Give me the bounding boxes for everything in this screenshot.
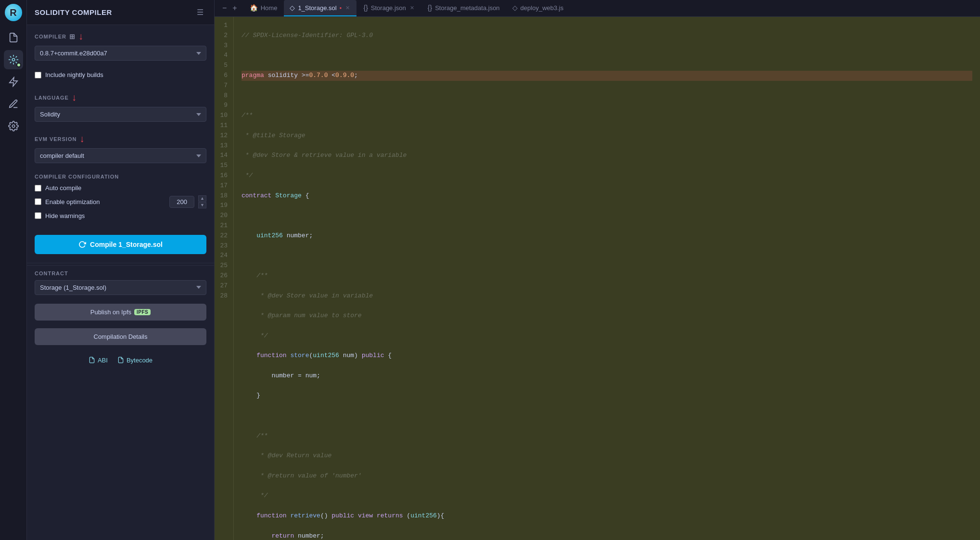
editor-area: − + 🏠 Home ◇ 1_Storage.sol ● ✕ {} Storag… xyxy=(215,0,980,540)
tab-storage-metadata-json[interactable]: {} Storage_metadata.json xyxy=(422,0,506,16)
compiler-section: COMPILER ⊞ ↓ 0.8.7+commit.e28d00a7 xyxy=(27,25,214,66)
abi-bytecode-row: ABI Bytecode xyxy=(27,353,214,370)
hide-warnings-checkbox[interactable] xyxy=(35,212,41,219)
storage-json-icon: {} xyxy=(363,4,368,12)
sidebar-item-files[interactable] xyxy=(4,28,23,47)
sidebar-menu-icon[interactable]: ☰ xyxy=(194,7,206,18)
contract-label: CONTRACT xyxy=(35,270,206,276)
hide-warnings-label[interactable]: Hide warnings xyxy=(45,212,85,219)
ipfs-badge: IPFS xyxy=(134,309,151,315)
sidebar-item-deploy[interactable] xyxy=(4,72,23,91)
zoom-in-button[interactable]: + xyxy=(230,3,239,13)
close-storage-json-button[interactable]: ✕ xyxy=(409,5,415,11)
tab-home-label: Home xyxy=(261,4,278,12)
activity-bar: R xyxy=(0,0,27,540)
optimization-value-input[interactable] xyxy=(169,196,194,208)
sidebar-item-plugins[interactable] xyxy=(4,94,23,114)
divider-1 xyxy=(27,263,214,263)
auto-compile-row: Auto compile xyxy=(35,183,206,193)
code-line-2 xyxy=(242,51,972,61)
nightly-builds-row: Include nightly builds xyxy=(27,66,214,86)
evm-arrow: ↓ xyxy=(79,133,85,144)
publish-ipfs-container: Publish on Ipfs IPFS xyxy=(27,300,214,328)
code-line-19: } xyxy=(242,391,972,401)
deploy-web3-icon: ◇ xyxy=(512,4,518,12)
compiler-add-icon[interactable]: ⊞ xyxy=(69,33,76,40)
code-line-24: */ xyxy=(242,491,972,501)
code-line-14: * @dev Store value in variable xyxy=(242,291,972,301)
code-line-10 xyxy=(242,211,972,221)
nightly-builds-checkbox[interactable] xyxy=(35,72,41,78)
code-line-5: /** xyxy=(242,111,972,121)
evm-version-select[interactable]: compiler default xyxy=(35,148,206,163)
storage-metadata-icon: {} xyxy=(428,4,432,12)
code-line-25: function retrieve() public view returns … xyxy=(242,511,972,521)
hide-warnings-row: Hide warnings xyxy=(35,211,206,220)
enable-optimization-row: Enable optimization ▲ ▼ xyxy=(35,195,206,208)
bytecode-button[interactable]: Bytecode xyxy=(117,357,153,364)
enable-optimization-label[interactable]: Enable optimization xyxy=(45,198,165,206)
code-line-18: number = num; xyxy=(242,371,972,381)
nightly-builds-checkbox-row: Include nightly builds xyxy=(35,70,206,79)
config-label: COMPILER CONFIGURATION xyxy=(35,174,206,180)
remix-logo[interactable]: R xyxy=(5,4,22,21)
code-line-23: * @return value of 'number' xyxy=(242,471,972,481)
tab-deploy-web3-label: deploy_web3.js xyxy=(521,4,564,12)
svg-marker-1 xyxy=(9,77,17,86)
zoom-out-button[interactable]: − xyxy=(220,3,229,13)
tab-home[interactable]: 🏠 Home xyxy=(244,0,283,16)
publish-ipfs-label: Publish on Ipfs xyxy=(90,309,131,316)
storage-sol-icon: ◇ xyxy=(290,4,295,12)
code-line-4 xyxy=(242,91,972,101)
code-line-6: * @title Storage xyxy=(242,131,972,141)
enable-optimization-checkbox[interactable] xyxy=(35,198,41,205)
compile-button[interactable]: Compile 1_Storage.sol xyxy=(35,235,206,254)
optimization-decrement[interactable]: ▼ xyxy=(198,202,206,208)
tab-deploy-web3-js[interactable]: ◇ deploy_web3.js xyxy=(507,0,570,16)
storage-sol-dot: ● xyxy=(340,6,342,10)
optimization-stepper: ▲ ▼ xyxy=(198,195,206,208)
contract-select[interactable]: Storage (1_Storage.sol) xyxy=(35,280,206,295)
compile-btn-label: Compile 1_Storage.sol xyxy=(90,241,163,248)
close-storage-sol-button[interactable]: ✕ xyxy=(344,5,351,11)
code-line-11: uint256 number; xyxy=(242,231,972,241)
tabs-bar: − + 🏠 Home ◇ 1_Storage.sol ● ✕ {} Storag… xyxy=(215,0,980,17)
compilation-details-label: Compilation Details xyxy=(94,333,148,340)
abi-button[interactable]: ABI xyxy=(89,357,108,364)
tab-storage-json[interactable]: {} Storage.json ✕ xyxy=(357,0,420,16)
code-line-9: contract Storage { xyxy=(242,191,972,201)
zoom-controls: − + xyxy=(218,0,241,16)
code-line-20 xyxy=(242,411,972,421)
sidebar-title: SOLIDITY COMPILER xyxy=(35,8,112,16)
sidebar-item-compiler[interactable] xyxy=(4,50,23,69)
sidebar-item-settings[interactable] xyxy=(4,116,23,136)
compilation-details-button[interactable]: Compilation Details xyxy=(35,328,206,345)
code-line-15: * @param num value to store xyxy=(242,311,972,321)
sidebar-header: SOLIDITY COMPILER ☰ xyxy=(27,0,214,25)
code-line-8: */ xyxy=(242,171,972,181)
auto-compile-label[interactable]: Auto compile xyxy=(45,184,81,192)
language-select[interactable]: Solidity xyxy=(35,107,206,122)
optimization-increment[interactable]: ▲ xyxy=(198,195,206,202)
compiler-version-select[interactable]: 0.8.7+commit.e28d00a7 xyxy=(35,46,206,61)
code-line-12 xyxy=(242,251,972,261)
language-section: LANGUAGE ↓ Solidity xyxy=(27,86,214,128)
tab-storage-json-label: Storage.json xyxy=(371,4,406,12)
sidebar: SOLIDITY COMPILER ☰ COMPILER ⊞ ↓ 0.8.7+c… xyxy=(27,0,215,540)
publish-ipfs-button[interactable]: Publish on Ipfs IPFS xyxy=(35,304,206,321)
svg-point-2 xyxy=(12,125,15,128)
code-editor[interactable]: 1 2 3 4 5 6 7 8 9 10 11 12 13 14 15 16 1… xyxy=(215,17,980,540)
code-content: 1 2 3 4 5 6 7 8 9 10 11 12 13 14 15 16 1… xyxy=(215,17,980,540)
compiler-label: COMPILER ⊞ ↓ xyxy=(35,31,206,42)
evm-label: EVM VERSION ↓ xyxy=(35,133,206,144)
code-line-3: pragma solidity >=0.7.0 <0.9.0; xyxy=(242,71,972,81)
tab-1-storage-sol[interactable]: ◇ 1_Storage.sol ● ✕ xyxy=(284,0,356,16)
auto-compile-checkbox[interactable] xyxy=(35,185,41,192)
compiler-arrow: ↓ xyxy=(78,31,84,42)
contract-section: CONTRACT Storage (1_Storage.sol) xyxy=(27,265,214,300)
svg-point-0 xyxy=(12,58,15,61)
compiler-badge xyxy=(16,63,21,67)
language-arrow: ↓ xyxy=(72,92,77,103)
nightly-builds-label[interactable]: Include nightly builds xyxy=(45,71,103,78)
code-lines: // SPDX-License-Identifier: GPL-3.0 prag… xyxy=(234,17,980,540)
